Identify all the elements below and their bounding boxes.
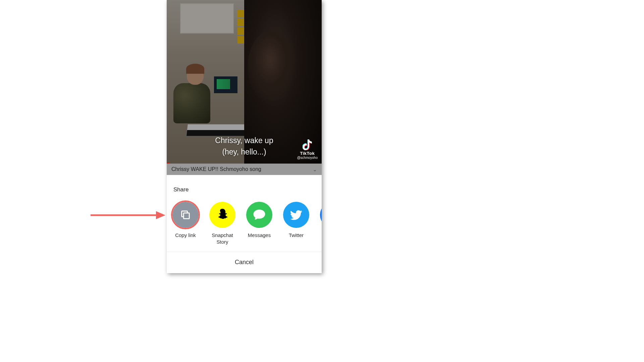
share-twitter[interactable]: Twitter [283,202,310,245]
share-sheet: Share Copy link Snapchat S [167,180,322,273]
copy-link-icon [172,202,199,228]
watermark-brand: TikTok [297,151,318,156]
messages-icon [246,202,272,228]
share-header: Share [167,180,322,194]
tiktok-logo-icon [303,139,312,150]
tiktok-watermark: TikTok @schmoyoho [297,139,318,160]
share-label: Messages [248,232,271,239]
video-player[interactable]: Chrissy, wake up (hey, hello...) TikTok … [167,0,322,164]
share-copy-link[interactable]: Copy link [172,202,199,245]
share-snapchat-story[interactable]: Snapchat Story [209,202,236,245]
video-title-bar[interactable]: Chrissy WAKE UP!! Schmoyoho song ⌄ [167,164,322,175]
share-more-partial[interactable] [320,202,322,245]
chevron-down-icon: ⌄ [313,166,317,173]
video-title: Chrissy WAKE UP!! Schmoyoho song [171,166,261,172]
svg-marker-2 [156,211,165,219]
annotation-highlight-ring [171,200,200,229]
share-label: Copy link [175,232,196,239]
share-options-row: Copy link Snapchat Story Messages [167,194,322,252]
share-messages[interactable]: Messages [246,202,273,245]
watermark-handle: @schmoyoho [297,156,318,160]
snapchat-icon [209,202,235,228]
more-share-icon [320,202,322,228]
share-label: Snapchat Story [212,232,233,245]
cancel-button[interactable]: Cancel [167,252,322,273]
video-progress-bar[interactable] [167,163,170,164]
annotation-arrow-icon [89,208,166,222]
phone-screenshot: Chrissy, wake up (hey, hello...) TikTok … [167,0,322,273]
share-label: Twitter [289,232,304,239]
twitter-icon [283,202,309,228]
